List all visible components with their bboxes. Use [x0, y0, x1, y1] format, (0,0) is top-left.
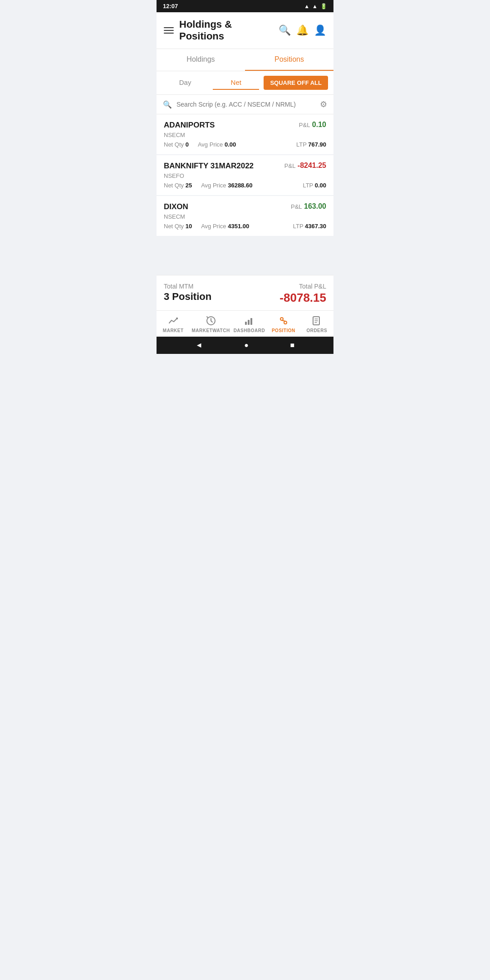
position-details: Net Qty 0 Avg Price 0.00 LTP 767.90: [164, 141, 326, 148]
market-icon: [168, 315, 179, 326]
position-name: BANKNIFTY 31MAR2022: [164, 162, 254, 171]
page-title: Holdings & Positions: [179, 19, 273, 42]
total-pnl-label: Total P&L: [279, 283, 326, 290]
recents-button[interactable]: ■: [290, 341, 295, 349]
svg-rect-4: [245, 322, 247, 325]
dashboard-icon: [244, 315, 255, 326]
main-tabs: Holdings Positions: [157, 49, 333, 71]
home-button[interactable]: ●: [244, 341, 249, 349]
position-details: Net Qty 25 Avg Price 36288.60 LTP 0.00: [164, 182, 326, 189]
mtm-label: Total MTM: [164, 283, 211, 290]
sub-tabs: Day Net SQUARE OFF ALL: [157, 71, 333, 95]
ltp: LTP 0.00: [303, 182, 326, 189]
user-button[interactable]: 👤: [314, 24, 326, 36]
notification-button[interactable]: 🔔: [296, 24, 309, 36]
bottom-nav: MARKET MARKETWATCH DASHBOARD POSITION: [157, 310, 333, 337]
tab-holdings[interactable]: Holdings: [157, 49, 245, 71]
wifi-icon: ▲: [304, 3, 309, 10]
position-icon: [278, 315, 289, 326]
position-header: DIXON P&L 163.00: [164, 202, 326, 211]
nav-orders[interactable]: ORDERS: [300, 311, 333, 337]
android-nav: ◄ ● ■: [157, 337, 333, 354]
ltp: LTP 4367.30: [293, 223, 326, 230]
nav-market[interactable]: MARKET: [157, 311, 190, 337]
search-input[interactable]: [176, 101, 315, 108]
pnl-value: -8241.25: [298, 162, 326, 169]
svg-rect-5: [248, 320, 250, 325]
nav-dashboard-label: DASHBOARD: [234, 328, 265, 333]
position-exchange: NSECM: [164, 213, 326, 220]
net-qty: Net Qty 0: [164, 141, 189, 148]
tab-day[interactable]: Day: [162, 76, 208, 90]
position-details: Net Qty 10 Avg Price 4351.00 LTP 4367.30: [164, 223, 326, 230]
status-time: 12:07: [163, 3, 178, 10]
tabs-container: Holdings Positions Day Net SQUARE OFF AL…: [157, 49, 333, 95]
net-qty: Net Qty 10: [164, 223, 192, 230]
nav-dashboard[interactable]: DASHBOARD: [232, 311, 267, 337]
svg-rect-6: [250, 318, 252, 325]
back-button[interactable]: ◄: [196, 341, 203, 349]
pnl-value: 0.10: [312, 121, 326, 128]
marketwatch-icon: [206, 315, 216, 326]
position-item[interactable]: DIXON P&L 163.00 NSECM Net Qty 10 Avg Pr…: [157, 196, 333, 236]
svg-line-9: [282, 320, 285, 321]
total-pnl-value: -8078.15: [279, 291, 326, 305]
net-qty: Net Qty 25: [164, 182, 192, 189]
positions-list: ADANIPORTS P&L 0.10 NSECM Net Qty 0 Avg …: [157, 114, 333, 275]
avg-price: Avg Price 0.00: [198, 141, 236, 148]
search-button[interactable]: 🔍: [279, 24, 291, 36]
menu-button[interactable]: [164, 27, 174, 34]
search-bar: 🔍 ⚙: [157, 95, 333, 114]
avg-price: Avg Price 4351.00: [201, 223, 249, 230]
position-header: BANKNIFTY 31MAR2022 P&L -8241.25: [164, 162, 326, 171]
nav-position-label: POSITION: [272, 328, 295, 333]
header: Holdings & Positions 🔍 🔔 👤: [157, 12, 333, 49]
position-count: 3 Position: [164, 291, 211, 303]
battery-icon: 🔋: [320, 3, 327, 10]
position-exchange: NSECM: [164, 132, 326, 138]
footer-right: Total P&L -8078.15: [279, 283, 326, 305]
pnl-value: 163.00: [304, 202, 326, 210]
footer-row: Total MTM 3 Position Total P&L -8078.15: [164, 283, 326, 305]
position-pnl: P&L -8241.25: [284, 162, 326, 170]
signal-icon: ▲: [312, 3, 318, 10]
footer-summary: Total MTM 3 Position Total P&L -8078.15: [157, 275, 333, 310]
status-bar: 12:07 ▲ ▲ 🔋: [157, 0, 333, 12]
nav-orders-label: ORDERS: [306, 328, 327, 333]
nav-marketwatch[interactable]: MARKETWATCH: [190, 311, 231, 337]
svg-line-2: [211, 321, 212, 322]
status-icons: ▲ ▲ 🔋: [304, 3, 327, 10]
position-exchange: NSEFO: [164, 172, 326, 179]
position-pnl: P&L 163.00: [291, 202, 326, 211]
square-off-all-button[interactable]: SQUARE OFF ALL: [264, 76, 328, 90]
orders-icon: [311, 315, 322, 326]
avg-price: Avg Price 36288.60: [201, 182, 252, 189]
ltp: LTP 767.90: [296, 141, 326, 148]
tab-net[interactable]: Net: [213, 76, 259, 90]
position-item[interactable]: BANKNIFTY 31MAR2022 P&L -8241.25 NSEFO N…: [157, 155, 333, 195]
position-header: ADANIPORTS P&L 0.10: [164, 121, 326, 130]
nav-marketwatch-label: MARKETWATCH: [191, 328, 230, 333]
nav-market-label: MARKET: [163, 328, 184, 333]
svg-line-3: [207, 317, 208, 318]
search-icon: 🔍: [163, 100, 172, 109]
position-name: DIXON: [164, 202, 188, 211]
nav-position[interactable]: POSITION: [267, 311, 300, 337]
position-name: ADANIPORTS: [164, 121, 215, 130]
tab-positions[interactable]: Positions: [245, 49, 333, 71]
filter-icon[interactable]: ⚙: [320, 99, 327, 109]
position-item[interactable]: ADANIPORTS P&L 0.10 NSECM Net Qty 0 Avg …: [157, 114, 333, 154]
position-pnl: P&L 0.10: [299, 121, 326, 129]
footer-left: Total MTM 3 Position: [164, 283, 211, 303]
